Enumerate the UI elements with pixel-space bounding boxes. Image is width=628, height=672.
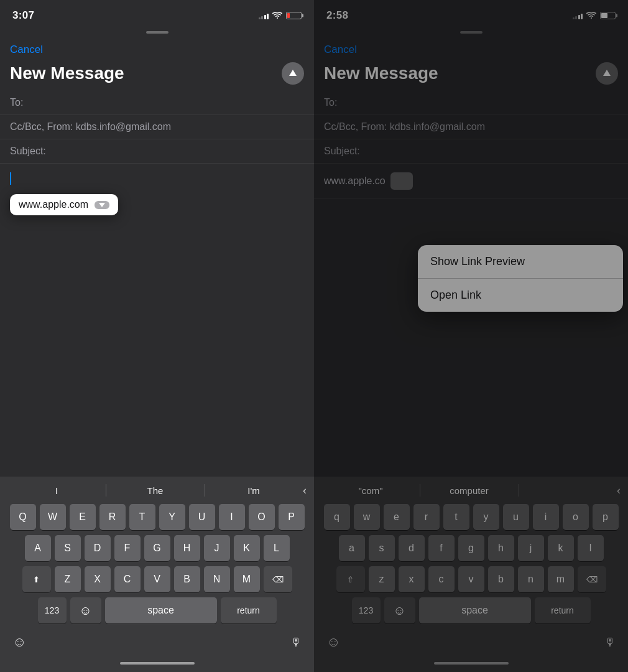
shift-key-left[interactable]: ⬆	[22, 566, 51, 592]
backspace-key-left[interactable]: ⌫	[264, 566, 292, 592]
suggestion-divider-2-right	[519, 484, 519, 497]
key-j-left[interactable]: J	[204, 535, 230, 561]
keyboard-chevron-right[interactable]: ‹	[617, 484, 621, 497]
return-key-left[interactable]: return	[221, 597, 277, 623]
key-r-right[interactable]: r	[413, 504, 440, 530]
key-a-left[interactable]: A	[25, 535, 51, 561]
key-f-left[interactable]: F	[114, 535, 141, 561]
emoji-key-left[interactable]: ☺	[70, 597, 101, 623]
suggestion-computer-right[interactable]: computer	[420, 485, 519, 496]
key-e-right[interactable]: e	[384, 504, 410, 530]
key-m-right[interactable]: m	[548, 566, 574, 592]
key-i-right[interactable]: i	[533, 504, 559, 530]
body-field-left[interactable]	[0, 164, 314, 196]
key-t-left[interactable]: T	[129, 504, 155, 530]
key-y-left[interactable]: Y	[159, 504, 185, 530]
cancel-button-right[interactable]: Cancel	[324, 44, 357, 56]
key-c-left[interactable]: C	[114, 566, 141, 592]
status-icons-right	[573, 12, 616, 19]
key-u-left[interactable]: U	[189, 504, 215, 530]
open-link-item[interactable]: Open Link	[418, 279, 623, 312]
key-q-left[interactable]: Q	[10, 504, 36, 530]
emoji-key-right[interactable]: ☺	[384, 597, 415, 623]
key-o-left[interactable]: O	[249, 504, 275, 530]
key-t-right[interactable]: t	[443, 504, 469, 530]
key-o-right[interactable]: o	[563, 504, 589, 530]
key-l-left[interactable]: L	[264, 535, 290, 561]
numbers-key-left[interactable]: 123	[38, 597, 67, 623]
key-y-right[interactable]: y	[473, 504, 499, 530]
key-k-left[interactable]: K	[234, 535, 260, 561]
suggestion-com-right[interactable]: "com"	[321, 485, 420, 496]
shift-key-right[interactable]: ⇧	[336, 566, 365, 592]
key-v-right[interactable]: v	[458, 566, 484, 592]
key-h-right[interactable]: h	[488, 535, 514, 561]
key-g-right[interactable]: g	[458, 535, 484, 561]
key-p-left[interactable]: P	[279, 504, 305, 530]
numbers-key-right[interactable]: 123	[352, 597, 381, 623]
key-n-left[interactable]: N	[204, 566, 230, 592]
key-b-left[interactable]: B	[174, 566, 200, 592]
key-l-right[interactable]: l	[578, 535, 604, 561]
suggestion-i-left[interactable]: I	[7, 485, 106, 496]
keyboard-row-2-right: a s d f g h j k l	[316, 535, 626, 561]
key-p-right[interactable]: p	[593, 504, 619, 530]
compose-area-right: Cancel New Message To: Cc/Bcc, From: kdb…	[314, 34, 628, 477]
compose-header-right: Cancel	[314, 34, 628, 56]
key-w-right[interactable]: w	[354, 504, 380, 530]
key-d-right[interactable]: d	[399, 535, 425, 561]
key-s-left[interactable]: S	[55, 535, 81, 561]
key-r-left[interactable]: R	[99, 504, 126, 530]
suggestion-im-left[interactable]: I'm	[205, 485, 303, 496]
send-button-right[interactable]	[596, 62, 618, 85]
keyboard-row-1-left: Q W E R T Y U I O P	[2, 504, 312, 530]
cancel-button-left[interactable]: Cancel	[10, 44, 43, 56]
left-phone-screen: 3:07 Cancel New Message	[0, 0, 314, 672]
suggestion-the-left[interactable]: The	[106, 485, 205, 496]
key-a-right[interactable]: a	[339, 535, 365, 561]
key-b-right[interactable]: b	[488, 566, 514, 592]
emoji-icon-left[interactable]: ☺	[12, 634, 26, 650]
key-j-right[interactable]: j	[518, 535, 544, 561]
mic-icon-right[interactable]: 🎙	[604, 636, 616, 649]
autocomplete-chevron-btn-left[interactable]	[95, 201, 109, 209]
to-field-left[interactable]: To:	[0, 91, 314, 115]
key-z-right[interactable]: z	[369, 566, 395, 592]
key-i-left[interactable]: I	[219, 504, 245, 530]
send-button-left[interactable]	[282, 62, 304, 85]
key-v-left[interactable]: V	[144, 566, 170, 592]
autocomplete-popup-left[interactable]: www.apple.com	[10, 194, 118, 215]
key-g-left[interactable]: G	[144, 535, 170, 561]
key-x-left[interactable]: X	[85, 566, 111, 592]
key-u-right[interactable]: u	[503, 504, 529, 530]
key-d-left[interactable]: D	[85, 535, 111, 561]
space-key-left[interactable]: space	[105, 597, 217, 623]
show-link-preview-item[interactable]: Show Link Preview	[418, 245, 623, 279]
keyboard-chevron-left[interactable]: ‹	[303, 484, 307, 497]
key-f-right[interactable]: f	[428, 535, 455, 561]
subject-field-left[interactable]: Subject:	[0, 139, 314, 164]
cc-bcc-field-left[interactable]: Cc/Bcc, From: kdbs.info@gmail.com	[0, 115, 314, 139]
emoji-icon-right[interactable]: ☺	[326, 634, 340, 650]
key-x-right[interactable]: x	[399, 566, 425, 592]
to-field-right[interactable]: To:	[314, 91, 628, 115]
keyboard-suggestions-left: I The I'm ‹	[2, 482, 312, 504]
key-z-left[interactable]: Z	[55, 566, 81, 592]
key-m-left[interactable]: M	[234, 566, 260, 592]
key-k-right[interactable]: k	[548, 535, 574, 561]
key-w-left[interactable]: W	[40, 504, 66, 530]
keyboard-row-3-left: ⬆ Z X C V B N M ⌫	[2, 566, 312, 592]
backspace-key-right[interactable]: ⌫	[578, 566, 606, 592]
key-c-right[interactable]: c	[428, 566, 455, 592]
key-e-left[interactable]: E	[70, 504, 96, 530]
mic-icon-left[interactable]: 🎙	[290, 636, 302, 649]
key-h-left[interactable]: H	[174, 535, 200, 561]
cc-bcc-field-right[interactable]: Cc/Bcc, From: kdbs.info@gmail.com	[314, 115, 628, 139]
key-n-right[interactable]: n	[518, 566, 544, 592]
return-key-right[interactable]: return	[535, 597, 591, 623]
signal-icon-left	[259, 12, 269, 19]
key-s-right[interactable]: s	[369, 535, 395, 561]
key-q-right[interactable]: q	[324, 504, 350, 530]
space-key-right[interactable]: space	[419, 597, 531, 623]
subject-field-right[interactable]: Subject:	[314, 139, 628, 164]
